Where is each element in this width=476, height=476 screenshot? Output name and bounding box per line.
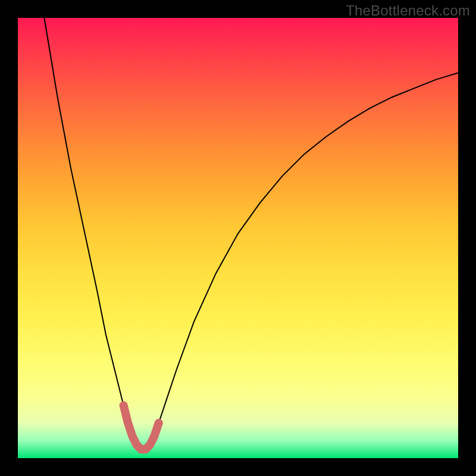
bottleneck-curve xyxy=(44,18,458,449)
watermark-text: TheBottleneck.com xyxy=(346,2,470,19)
chart-gradient-area xyxy=(18,18,458,458)
chart-svg xyxy=(18,18,458,458)
optimal-range-highlight xyxy=(124,405,159,449)
